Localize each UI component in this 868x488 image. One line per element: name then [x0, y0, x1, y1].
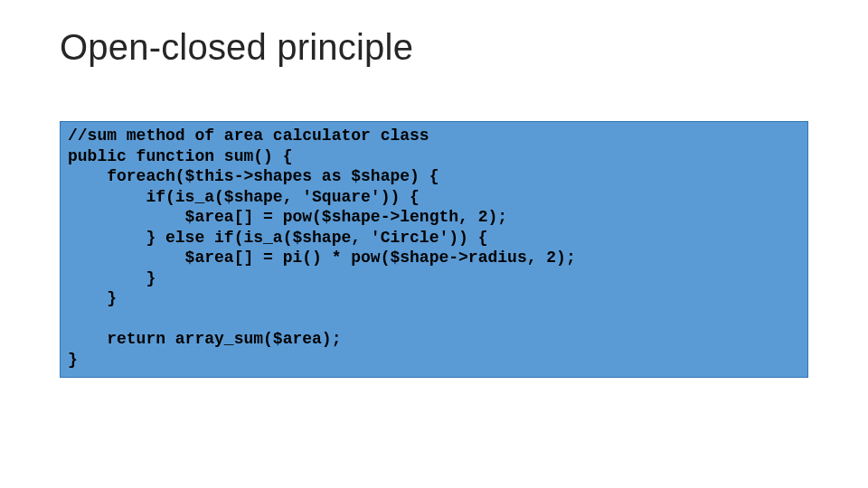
slide-title: Open-closed principle — [60, 27, 413, 68]
code-block: //sum method of area calculator class pu… — [60, 121, 808, 378]
code-text: //sum method of area calculator class pu… — [68, 126, 800, 370]
slide: Open-closed principle //sum method of ar… — [0, 0, 868, 488]
